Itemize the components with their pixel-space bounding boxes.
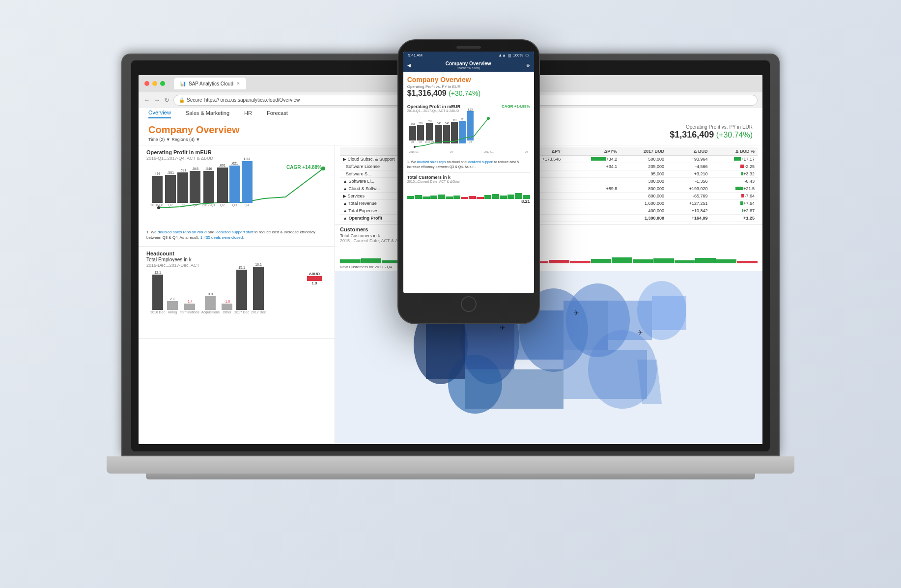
hc-bar-other: -1.6 Other (222, 300, 232, 314)
row-dbudp-csw: +21.5 (710, 185, 758, 192)
phone-page-title: Company Overview (411, 61, 526, 66)
row-dbud-sw: -4,566 (667, 163, 710, 170)
filter-row: Time (2) ▼ Regions (4) ▼ (148, 137, 240, 142)
wifi-icon: ▲▲ (498, 53, 506, 57)
phone-kpi-value: $1,316,409 (407, 89, 447, 97)
row-dpyp-svc (563, 192, 620, 199)
phone-annotation-link2[interactable]: localized support (468, 160, 494, 164)
phone-more-button[interactable]: ⊕ (526, 63, 530, 68)
col-header-dbudp: Δ BUD % (710, 147, 758, 156)
row-dbudp-cloud: +17.17 (710, 155, 758, 163)
address-text: https:// orca.us.sapanalytics.cloud/Over… (204, 97, 300, 103)
bar-2017q1: .546 2017-Q1 (202, 167, 215, 207)
maximize-window-button[interactable] (160, 81, 165, 86)
refresh-button[interactable]: ↻ (164, 96, 169, 104)
phone-chart-title: Operating Profit in mEUR (407, 104, 461, 109)
secure-icon: 🔒 (179, 97, 185, 103)
bar-2016q1: .499 2016-Q1 (150, 172, 164, 207)
hc-bar-2017dec: 15.1 2017 Dec (234, 266, 249, 314)
phone-device: 9:41 AM ▲▲ ||| 100% ▭ ◀ Company Overview… (397, 39, 540, 324)
kpi-delta: (+30.74%) (716, 131, 753, 139)
phone-speaker (456, 46, 481, 49)
row-dbud-op: +164,09 (667, 214, 710, 222)
phone-chart-title-group: Operating Profit in mEUR 2016-Q1...2017-… (407, 104, 461, 112)
phone-nav-title: Company Overview Overview Story (411, 61, 526, 70)
phone-x-labels: 2016-Q1 Q4 2017-Q1 Q4 (407, 150, 530, 153)
company-title: Company Overview (148, 124, 240, 136)
phone-page-subtitle: Overview Story (411, 66, 526, 70)
minimize-window-button[interactable] (152, 81, 157, 86)
nav-tab-sales[interactable]: Sales & Marketing (186, 110, 229, 118)
phone-status-bar: 9:41 AM ▲▲ ||| 100% ▭ (403, 52, 534, 59)
row-bud-op: 1,300,000 (620, 214, 667, 222)
row-bud-sws: 95,000 (620, 170, 667, 177)
dashboard-title-section: Company Overview Time (2) ▼ Regions (4) … (148, 124, 240, 142)
row-bud-texp: 400,000 (620, 207, 667, 214)
annotation-link-support[interactable]: localized support staff (215, 230, 253, 234)
browser-tab[interactable]: 📊 SAP Analytics Cloud ✕ (174, 78, 246, 89)
phone-customers-sub: 2015...Current Date; ACT & ΔGoal (407, 180, 530, 183)
tab-close-button[interactable]: ✕ (236, 81, 240, 86)
phone-kpi-row: $1,316,409 (+30.74%) (407, 89, 530, 98)
row-dbudp-texp: +2.67 (710, 207, 758, 214)
phone-kpi-label: Operating Profit vs. PY in EUR (407, 84, 530, 89)
col-header-dbud: Δ BUD (667, 147, 710, 156)
tab-title: SAP Analytics Cloud (189, 81, 233, 86)
headcount-chart-title: Total Employees in k (146, 257, 327, 262)
row-dbud-cloud: +93,964 (667, 155, 710, 163)
annotation-link-sales[interactable]: doubled sales reps on cloud (158, 230, 207, 234)
col-header-dpyp: ΔPY% (563, 147, 620, 156)
row-dpyp-csw: +89.8 (563, 185, 620, 192)
headcount-title: Headcount (146, 251, 327, 256)
annotation-link-deals[interactable]: 1,435 deals were closed. (200, 235, 244, 240)
svg-text:✈: ✈ (573, 309, 579, 317)
op-chart-container: CAGR +14.88% (146, 164, 327, 227)
row-dpyp-trev (563, 199, 620, 207)
row-dbud-texp: +10,842 (667, 207, 710, 214)
row-bud-csw: 800,000 (620, 185, 667, 192)
phone-time: 9:41 AM (408, 53, 422, 57)
close-window-button[interactable] (144, 81, 149, 86)
phone-company-title: Company Overview (407, 76, 530, 84)
op-section-subtitle: 2016-Q1...2017-Q4, ACT & ΔBUD (146, 156, 327, 161)
laptop-base (107, 456, 794, 474)
row-bud-swl: 300,000 (620, 177, 667, 185)
bar-2017q3: .621 Q3 (229, 162, 240, 207)
left-column: Operating Profit in mEUR 2016-Q1...2017-… (139, 145, 335, 443)
forward-button[interactable]: → (154, 96, 160, 104)
row-dbudp-sw: -2.25 (710, 163, 758, 170)
phone-annotation-link[interactable]: doubled sales reps (417, 160, 446, 164)
phone-chart-sub: 2016-Q1...2017-Q4, ACT & ΔBUD (407, 109, 461, 112)
nav-tab-forecast[interactable]: Forecast (267, 110, 288, 118)
row-bud-sw: 205,000 (620, 163, 667, 170)
time-filter-button[interactable]: Time (2) ▼ (148, 137, 170, 142)
row-bud-trev: 1,600,000 (620, 199, 667, 207)
phone-customers-value: 8.21 (407, 199, 530, 204)
kpi-label: Operating Profit vs. PY in EUR (670, 124, 753, 130)
row-dpyp-swl (563, 177, 620, 185)
annotation-text: 1. We doubled sales reps on cloud and lo… (146, 227, 327, 242)
row-dbud-sws: +3,210 (667, 170, 710, 177)
row-dbudp-svc: -7.64 (710, 192, 758, 199)
operating-profit-section: Operating Profit in mEUR 2016-Q1...2017-… (139, 145, 335, 247)
svg-text:✈: ✈ (637, 329, 643, 336)
phone-customers-section: Total Customers in k 2015...Current Date… (407, 172, 530, 204)
row-dbud-csw: +193,020 (667, 185, 710, 192)
hc-bar-2017dec-plan: 16.1 2017 Dec (251, 263, 266, 314)
kpi-summary: Operating Profit vs. PY in EUR $1,316,40… (670, 124, 753, 140)
nav-tab-overview[interactable]: Overview (148, 110, 171, 118)
phone-cagr: CAGR +14.88% (502, 104, 530, 112)
hc-bar-terminations: -1.4 Terminations (180, 300, 199, 314)
col-header-bud: 2017 BUD (620, 147, 667, 156)
phone-home-button[interactable] (461, 296, 477, 312)
phone-status-icons: ▲▲ ||| 100% ▭ (498, 53, 529, 57)
row-bud-svc: 800,000 (620, 192, 667, 199)
op-bars: .499 2016-Q1 .501 Q2 (146, 164, 327, 218)
phone-content: Company Overview Operating Profit vs. PY… (403, 72, 534, 208)
regions-filter-button[interactable]: Regions (4) ▼ (171, 137, 200, 142)
bud-label: ΔBUD (309, 272, 320, 276)
phone-kpi-delta: (+30.74%) (449, 89, 480, 97)
back-button[interactable]: ← (143, 96, 150, 104)
phone-back-button[interactable]: ◀ (407, 63, 411, 68)
nav-tab-hr[interactable]: HR (244, 110, 252, 118)
